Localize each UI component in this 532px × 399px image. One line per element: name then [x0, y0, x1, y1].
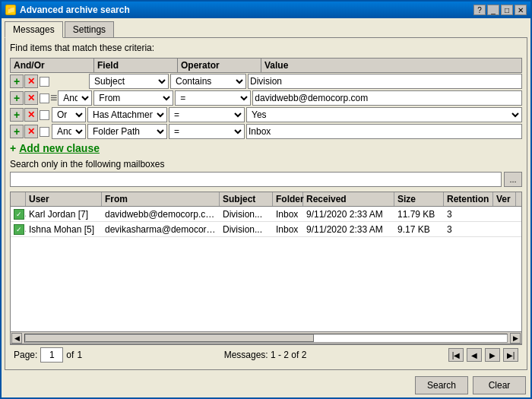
mailboxes-input[interactable] — [10, 172, 502, 187]
add-clause-row[interactable]: + Add new clause — [10, 142, 522, 154]
row-1-operator-select[interactable]: Contains= — [170, 74, 246, 89]
row-2-drag-handle: ≡ — [50, 91, 57, 105]
page-label: Page: — [14, 350, 37, 360]
criteria-row-4: + ✕ AndOr SubjectFromHas AttachmentFolde… — [10, 124, 522, 139]
row-4-checkbox[interactable] — [40, 127, 49, 137]
first-page-button[interactable]: |◀ — [448, 348, 464, 362]
row-2-andor-select[interactable]: AndOr — [58, 90, 92, 106]
result-row-2-folder: Inbox — [273, 223, 303, 236]
result-row-2-retention: 3 — [444, 223, 493, 236]
tab-settings[interactable]: Settings — [65, 21, 114, 38]
bottom-buttons: Search Clear — [2, 373, 530, 397]
messages-info: Messages: 1 - 2 of 2 — [85, 350, 445, 360]
result-row-2[interactable]: ✓ Ishna Mohan [5] devikasharma@democorp.… — [11, 222, 521, 237]
row-1-field-select[interactable]: SubjectFromHas AttachmentFolder Path — [89, 74, 169, 89]
row-4-andor-select[interactable]: AndOr — [52, 124, 86, 139]
col-header-received: Received — [303, 192, 394, 206]
col-header-user: User — [26, 192, 102, 206]
prev-page-button[interactable]: ◀ — [467, 348, 482, 362]
mailboxes-browse-button[interactable]: ... — [504, 172, 522, 187]
tab-content-messages: Find items that match these criteria: An… — [5, 37, 527, 370]
advanced-archive-search-window: 📁 Advanced archive search ? _ □ ✕ Messag… — [0, 0, 532, 399]
horizontal-scrollbar-area: ◀ ▶ — [11, 331, 521, 344]
result-row-1-retention: 3 — [444, 207, 493, 221]
results-header: User From Subject Folder Received Size R… — [11, 192, 521, 207]
scroll-left-button[interactable]: ◀ — [11, 333, 22, 344]
criteria-label: Find items that match these criteria: — [10, 43, 522, 53]
title-bar-left: 📁 Advanced archive search — [5, 5, 130, 15]
result-row-2-subject: Division... — [220, 223, 273, 236]
row-4-field-select[interactable]: SubjectFromHas AttachmentFolder Path — [87, 124, 167, 139]
result-row-1-from: davidwebb@democorp.com — [102, 207, 220, 221]
mailboxes-row: ... — [10, 172, 522, 187]
col-header-check — [11, 192, 26, 206]
row-2-checkbox[interactable] — [40, 93, 49, 103]
row-3-value-select[interactable]: YesNo — [246, 107, 522, 122]
h-scrollbar-thumb[interactable] — [25, 334, 314, 342]
row-3-checkbox[interactable] — [40, 110, 49, 120]
add-row-3-button[interactable]: + — [10, 108, 24, 122]
criteria-row-2: + ✕ ≡ AndOr SubjectFromHas AttachmentFol… — [10, 90, 522, 106]
col-header-subject: Subject — [220, 192, 273, 206]
remove-row-2-button[interactable]: ✕ — [24, 91, 38, 105]
results-body: ✓ Karl Jordan [7] davidwebb@democorp.com… — [11, 207, 521, 331]
search-button[interactable]: Search — [415, 376, 468, 394]
result-row-2-from: devikasharma@democorp.com — [102, 223, 220, 236]
remove-row-1-button[interactable]: ✕ — [24, 74, 38, 88]
tab-messages[interactable]: Messages — [5, 21, 63, 38]
row-1-checkbox[interactable] — [40, 77, 49, 87]
row-3-operator-select[interactable]: Contains= — [169, 107, 245, 122]
col-header-from: From — [102, 192, 220, 206]
of-label: of — [66, 350, 74, 360]
col-header-field: Field — [94, 59, 178, 73]
row-3-andor-select[interactable]: AndOr — [52, 107, 86, 122]
check-icon-2: ✓ — [14, 224, 24, 235]
result-row-2-size: 9.17 KB — [394, 223, 444, 236]
title-buttons: ? _ □ ✕ — [473, 5, 527, 15]
result-row-1-subject: Division... — [220, 207, 273, 221]
h-scrollbar-track[interactable] — [24, 334, 508, 343]
row-2-field-select[interactable]: SubjectFromHas AttachmentFolder Path — [93, 90, 173, 106]
col-header-value: Value — [261, 59, 522, 73]
col-header-retention: Retention — [444, 192, 493, 206]
add-clause-label[interactable]: Add new clause — [19, 142, 100, 154]
result-row-1[interactable]: ✓ Karl Jordan [7] davidwebb@democorp.com… — [11, 207, 521, 222]
add-row-1-button[interactable]: + — [10, 74, 24, 88]
clear-button[interactable]: Clear — [473, 376, 526, 394]
result-row-1-size: 11.79 KB — [394, 207, 444, 221]
minimize-button[interactable]: _ — [487, 5, 499, 15]
col-header-size: Size — [394, 192, 444, 206]
add-row-4-button[interactable]: + — [10, 125, 24, 138]
help-button[interactable]: ? — [473, 5, 486, 15]
result-row-1-user: Karl Jordan [7] — [26, 207, 102, 221]
main-content: Messages Settings Find items that match … — [2, 18, 530, 373]
maximize-button[interactable]: □ — [501, 5, 513, 15]
scroll-right-button[interactable]: ▶ — [510, 333, 521, 344]
tab-bar: Messages Settings — [5, 21, 527, 38]
row-3-field-select[interactable]: SubjectFromHas AttachmentFolder Path — [87, 107, 167, 122]
window-icon: 📁 — [5, 5, 16, 15]
col-header-andor: And/Or — [11, 59, 94, 73]
row-1-value-input[interactable] — [248, 74, 522, 89]
result-row-2-check: ✓ — [11, 222, 26, 236]
row-4-value-input[interactable] — [246, 124, 522, 139]
page-number-input[interactable] — [40, 347, 63, 363]
row-2-value-input[interactable] — [252, 90, 522, 106]
next-page-button[interactable]: ▶ — [485, 348, 500, 362]
result-row-1-check: ✓ — [11, 207, 26, 221]
result-row-1-received: 9/11/2020 2:33 AM — [303, 207, 394, 221]
last-page-button[interactable]: ▶| — [503, 348, 518, 362]
row-2-operator-select[interactable]: Contains= — [175, 90, 251, 106]
result-row-2-version — [493, 228, 516, 231]
row-4-operator-select[interactable]: Contains= — [169, 124, 245, 139]
add-row-2-button[interactable]: + — [10, 91, 24, 105]
remove-row-3-button[interactable]: ✕ — [24, 108, 38, 122]
col-header-folder: Folder — [273, 192, 303, 206]
mailboxes-label: Search only in the following mailboxes — [10, 159, 522, 169]
remove-row-4-button[interactable]: ✕ — [24, 125, 38, 138]
check-icon-1: ✓ — [14, 209, 24, 220]
result-row-1-version — [493, 213, 516, 216]
total-pages: 1 — [77, 350, 82, 360]
close-button[interactable]: ✕ — [515, 5, 527, 15]
result-row-2-user: Ishna Mohan [5] — [26, 223, 102, 236]
